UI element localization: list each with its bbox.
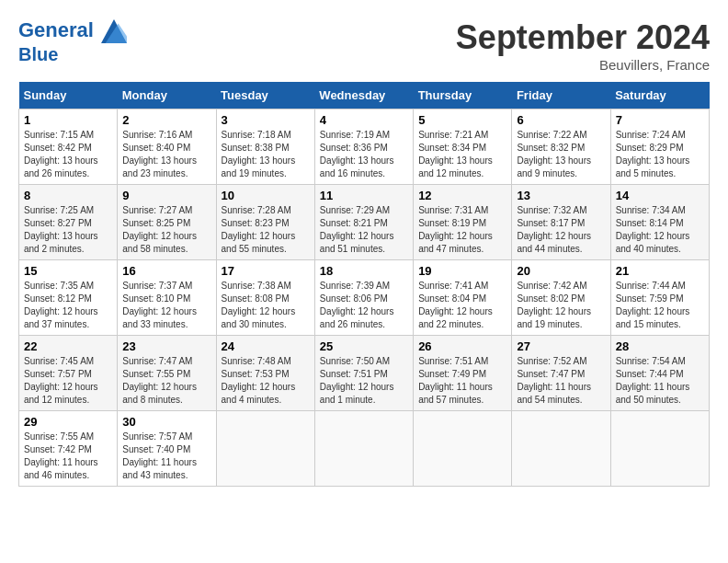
day-info: Sunrise: 7:21 AM Sunset: 8:34 PM Dayligh… xyxy=(418,129,506,180)
header-day-monday: Monday xyxy=(118,82,216,109)
day-number: 16 xyxy=(122,264,210,278)
day-info: Sunrise: 7:24 AM Sunset: 8:29 PM Dayligh… xyxy=(616,129,704,180)
calendar-cell: 14Sunrise: 7:34 AM Sunset: 8:14 PM Dayli… xyxy=(610,185,709,260)
calendar-cell: 13Sunrise: 7:32 AM Sunset: 8:17 PM Dayli… xyxy=(512,185,610,260)
day-number: 12 xyxy=(418,189,506,202)
day-number: 4 xyxy=(320,113,408,127)
day-info: Sunrise: 7:25 AM Sunset: 8:27 PM Dayligh… xyxy=(24,204,112,256)
calendar-cell: 24Sunrise: 7:48 AM Sunset: 7:53 PM Dayli… xyxy=(216,336,314,411)
day-info: Sunrise: 7:50 AM Sunset: 7:51 PM Dayligh… xyxy=(320,355,408,407)
day-number: 28 xyxy=(616,339,704,353)
day-number: 26 xyxy=(418,339,506,353)
calendar-week-row: 15Sunrise: 7:35 AM Sunset: 8:12 PM Dayli… xyxy=(19,260,710,336)
header-day-saturday: Saturday xyxy=(610,82,709,109)
day-info: Sunrise: 7:18 AM Sunset: 8:38 PM Dayligh… xyxy=(222,129,310,180)
day-number: 29 xyxy=(24,415,112,429)
calendar-week-row: 1Sunrise: 7:15 AM Sunset: 8:42 PM Daylig… xyxy=(19,109,710,185)
calendar-cell: 2Sunrise: 7:16 AM Sunset: 8:40 PM Daylig… xyxy=(118,109,216,185)
day-info: Sunrise: 7:38 AM Sunset: 8:08 PM Dayligh… xyxy=(222,280,310,331)
day-info: Sunrise: 7:52 AM Sunset: 7:47 PM Dayligh… xyxy=(517,355,605,407)
day-number: 21 xyxy=(616,264,704,278)
calendar-cell: 19Sunrise: 7:41 AM Sunset: 8:04 PM Dayli… xyxy=(414,260,512,336)
day-info: Sunrise: 7:42 AM Sunset: 8:02 PM Dayligh… xyxy=(517,280,605,331)
header-day-tuesday: Tuesday xyxy=(216,82,314,109)
calendar-body: 1Sunrise: 7:15 AM Sunset: 8:42 PM Daylig… xyxy=(19,109,710,487)
day-number: 11 xyxy=(320,189,408,202)
day-number: 22 xyxy=(24,339,112,353)
calendar-week-row: 29Sunrise: 7:55 AM Sunset: 7:42 PM Dayli… xyxy=(19,411,710,487)
day-number: 7 xyxy=(616,113,704,127)
day-number: 18 xyxy=(320,264,408,278)
calendar-header-row: SundayMondayTuesdayWednesdayThursdayFrid… xyxy=(19,82,710,109)
day-number: 30 xyxy=(122,415,210,429)
day-info: Sunrise: 7:31 AM Sunset: 8:19 PM Dayligh… xyxy=(418,204,506,256)
day-number: 20 xyxy=(517,264,605,278)
day-info: Sunrise: 7:39 AM Sunset: 8:06 PM Dayligh… xyxy=(320,280,408,331)
calendar-cell: 25Sunrise: 7:50 AM Sunset: 7:51 PM Dayli… xyxy=(314,336,413,411)
day-number: 27 xyxy=(517,339,605,353)
day-number: 14 xyxy=(616,189,704,202)
day-info: Sunrise: 7:45 AM Sunset: 7:57 PM Dayligh… xyxy=(24,355,112,407)
day-number: 10 xyxy=(222,189,310,202)
day-info: Sunrise: 7:28 AM Sunset: 8:23 PM Dayligh… xyxy=(222,204,310,256)
calendar-cell: 1Sunrise: 7:15 AM Sunset: 8:42 PM Daylig… xyxy=(19,109,118,185)
day-info: Sunrise: 7:22 AM Sunset: 8:32 PM Dayligh… xyxy=(517,129,605,180)
day-number: 1 xyxy=(24,113,112,127)
calendar-cell xyxy=(610,411,709,487)
calendar-cell xyxy=(216,411,314,487)
day-number: 6 xyxy=(517,113,605,127)
day-info: Sunrise: 7:44 AM Sunset: 7:59 PM Dayligh… xyxy=(616,280,704,331)
day-info: Sunrise: 7:51 AM Sunset: 7:49 PM Dayligh… xyxy=(418,355,506,407)
header-day-thursday: Thursday xyxy=(414,82,512,109)
day-number: 3 xyxy=(222,113,310,127)
calendar-cell: 18Sunrise: 7:39 AM Sunset: 8:06 PM Dayli… xyxy=(314,260,413,336)
calendar-cell: 27Sunrise: 7:52 AM Sunset: 7:47 PM Dayli… xyxy=(512,336,610,411)
day-number: 9 xyxy=(122,189,210,202)
day-info: Sunrise: 7:19 AM Sunset: 8:36 PM Dayligh… xyxy=(320,129,408,180)
calendar-week-row: 8Sunrise: 7:25 AM Sunset: 8:27 PM Daylig… xyxy=(19,185,710,260)
day-info: Sunrise: 7:32 AM Sunset: 8:17 PM Dayligh… xyxy=(517,204,605,256)
day-number: 13 xyxy=(517,189,605,202)
calendar-cell: 5Sunrise: 7:21 AM Sunset: 8:34 PM Daylig… xyxy=(414,109,512,185)
day-info: Sunrise: 7:47 AM Sunset: 7:55 PM Dayligh… xyxy=(122,355,210,407)
logo: General Blue xyxy=(18,18,127,64)
header-day-sunday: Sunday xyxy=(19,82,118,109)
day-info: Sunrise: 7:54 AM Sunset: 7:44 PM Dayligh… xyxy=(616,355,704,407)
calendar-cell xyxy=(414,411,512,487)
day-number: 2 xyxy=(122,113,210,127)
day-number: 15 xyxy=(24,264,112,278)
logo-text: General xyxy=(18,18,127,44)
calendar-cell: 7Sunrise: 7:24 AM Sunset: 8:29 PM Daylig… xyxy=(610,109,709,185)
calendar-table: SundayMondayTuesdayWednesdayThursdayFrid… xyxy=(18,82,710,487)
calendar-cell: 23Sunrise: 7:47 AM Sunset: 7:55 PM Dayli… xyxy=(118,336,216,411)
calendar-cell: 21Sunrise: 7:44 AM Sunset: 7:59 PM Dayli… xyxy=(610,260,709,336)
day-number: 23 xyxy=(122,339,210,353)
calendar-cell: 17Sunrise: 7:38 AM Sunset: 8:08 PM Dayli… xyxy=(216,260,314,336)
calendar-week-row: 22Sunrise: 7:45 AM Sunset: 7:57 PM Dayli… xyxy=(19,336,710,411)
page-header: General Blue September 2024 Beuvillers, … xyxy=(18,18,710,73)
day-info: Sunrise: 7:55 AM Sunset: 7:42 PM Dayligh… xyxy=(24,431,112,482)
calendar-cell: 20Sunrise: 7:42 AM Sunset: 8:02 PM Dayli… xyxy=(512,260,610,336)
day-number: 8 xyxy=(24,189,112,202)
logo-icon xyxy=(101,18,127,44)
calendar-cell: 22Sunrise: 7:45 AM Sunset: 7:57 PM Dayli… xyxy=(19,336,118,411)
day-info: Sunrise: 7:48 AM Sunset: 7:53 PM Dayligh… xyxy=(222,355,310,407)
calendar-cell: 12Sunrise: 7:31 AM Sunset: 8:19 PM Dayli… xyxy=(414,185,512,260)
calendar-cell: 11Sunrise: 7:29 AM Sunset: 8:21 PM Dayli… xyxy=(314,185,413,260)
calendar-cell xyxy=(314,411,413,487)
day-number: 24 xyxy=(222,339,310,353)
day-info: Sunrise: 7:27 AM Sunset: 8:25 PM Dayligh… xyxy=(122,204,210,256)
day-info: Sunrise: 7:37 AM Sunset: 8:10 PM Dayligh… xyxy=(122,280,210,331)
day-number: 17 xyxy=(222,264,310,278)
location: Beuvillers, France xyxy=(456,57,710,73)
calendar-cell: 8Sunrise: 7:25 AM Sunset: 8:27 PM Daylig… xyxy=(19,185,118,260)
calendar-cell: 9Sunrise: 7:27 AM Sunset: 8:25 PM Daylig… xyxy=(118,185,216,260)
day-info: Sunrise: 7:57 AM Sunset: 7:40 PM Dayligh… xyxy=(122,431,210,482)
calendar-cell: 4Sunrise: 7:19 AM Sunset: 8:36 PM Daylig… xyxy=(314,109,413,185)
calendar-cell: 15Sunrise: 7:35 AM Sunset: 8:12 PM Dayli… xyxy=(19,260,118,336)
day-number: 25 xyxy=(320,339,408,353)
day-info: Sunrise: 7:29 AM Sunset: 8:21 PM Dayligh… xyxy=(320,204,408,256)
calendar-cell: 29Sunrise: 7:55 AM Sunset: 7:42 PM Dayli… xyxy=(19,411,118,487)
header-day-friday: Friday xyxy=(512,82,610,109)
day-info: Sunrise: 7:16 AM Sunset: 8:40 PM Dayligh… xyxy=(122,129,210,180)
